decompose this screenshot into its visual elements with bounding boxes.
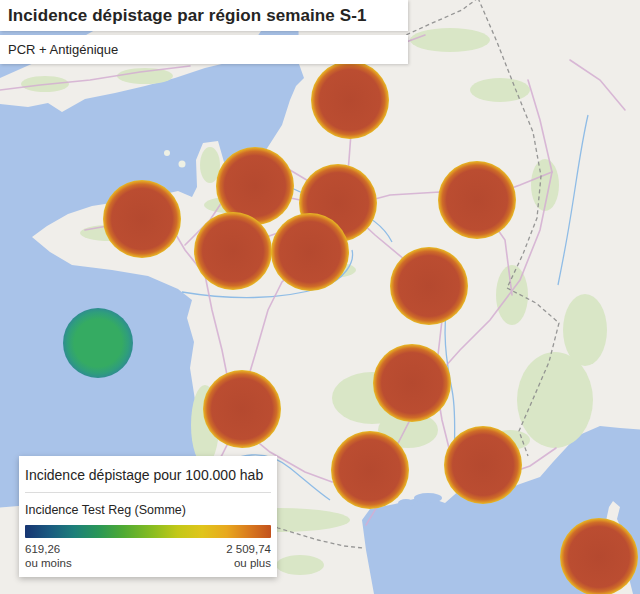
- legend-min-value: 619,26: [25, 542, 72, 556]
- incidence-blob[interactable]: [390, 247, 468, 325]
- incidence-blob[interactable]: [103, 180, 181, 258]
- incidence-blob[interactable]: [444, 426, 522, 504]
- legend-gradient-bar: [25, 525, 271, 538]
- incidence-blob[interactable]: [373, 344, 451, 422]
- incidence-blob[interactable]: [271, 213, 349, 291]
- incidence-blob[interactable]: [194, 212, 272, 290]
- incidence-blob[interactable]: [63, 308, 133, 378]
- title-bar: Incidence dépistage par région semaine S…: [0, 0, 408, 31]
- report-page: { "header": { "title": "Incidence dépist…: [0, 0, 640, 594]
- legend-card: Incidence dépistage pour 100.000 hab Inc…: [19, 456, 277, 577]
- incidence-blob[interactable]: [560, 518, 638, 594]
- page-subtitle: PCR + Antigénique: [0, 42, 118, 57]
- report-header: Incidence dépistage par région semaine S…: [0, 0, 408, 64]
- legend-min: 619,26 ou moins: [25, 542, 72, 570]
- incidence-blob[interactable]: [331, 431, 409, 509]
- incidence-blob[interactable]: [311, 61, 389, 139]
- legend-field-label: Incidence Test Reg (Somme): [25, 503, 271, 525]
- subtitle-bar: PCR + Antigénique: [0, 35, 408, 64]
- legend-min-qualifier: ou moins: [25, 556, 72, 570]
- legend-title: Incidence dépistage pour 100.000 hab: [25, 467, 271, 492]
- incidence-blob[interactable]: [438, 161, 516, 239]
- legend-max: 2 509,74 ou plus: [226, 542, 271, 570]
- legend-max-value: 2 509,74: [226, 542, 271, 556]
- legend-max-qualifier: ou plus: [226, 556, 271, 570]
- legend-divider: [25, 492, 271, 493]
- page-title: Incidence dépistage par région semaine S…: [0, 6, 367, 26]
- legend-range-labels: 619,26 ou moins 2 509,74 ou plus: [25, 542, 271, 570]
- incidence-blob[interactable]: [203, 370, 281, 448]
